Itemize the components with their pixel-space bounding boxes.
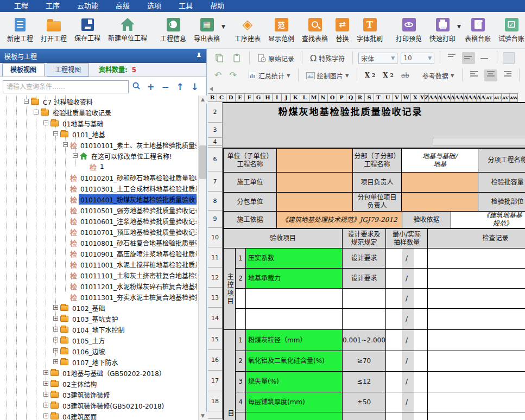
column-header[interactable]: AH bbox=[459, 93, 464, 102]
column-header[interactable]: AB bbox=[433, 93, 438, 102]
column-header[interactable]: U bbox=[383, 93, 393, 102]
column-header[interactable]: Z bbox=[425, 93, 429, 102]
column-header[interactable]: P bbox=[337, 93, 346, 102]
column-header[interactable]: I bbox=[273, 93, 282, 102]
sampling-cell[interactable]: / bbox=[386, 289, 428, 309]
column-header[interactable]: AD bbox=[442, 93, 446, 102]
tree-item[interactable]: 检01011201_水泥粉煤灰碎石桩复合地基检 bbox=[0, 281, 197, 291]
project-info-button[interactable]: i工程信息 bbox=[156, 17, 190, 44]
clipped-button[interactable] bbox=[503, 52, 515, 64]
collapse-all-icon[interactable]: − bbox=[158, 80, 173, 93]
expand-box-icon[interactable]: + bbox=[53, 305, 58, 310]
requirement-cell[interactable]: ±50 bbox=[343, 392, 386, 412]
check-record-cell[interactable] bbox=[428, 330, 525, 351]
column-header[interactable]: AE bbox=[446, 93, 451, 102]
tree-item[interactable]: 检01010701_预压地基检验批质量验收记录 bbox=[0, 226, 197, 237]
column-header[interactable]: Q bbox=[346, 93, 356, 102]
column-header[interactable]: AW bbox=[510, 93, 518, 102]
halign-right-button[interactable] bbox=[501, 69, 514, 81]
item-number-cell[interactable]: 1 bbox=[236, 249, 246, 269]
tree-item[interactable]: +0105_土方 bbox=[0, 335, 107, 346]
tree-item[interactable]: +02主体结构 bbox=[0, 378, 98, 389]
header-cell[interactable] bbox=[277, 193, 353, 212]
menu-item[interactable]: 帮助 bbox=[201, 0, 233, 12]
check-record-cell[interactable] bbox=[428, 372, 525, 392]
collapse-box-icon[interactable]: − bbox=[63, 142, 68, 147]
show-sample-button[interactable]: 范显示范例 bbox=[264, 17, 298, 44]
header-cell[interactable] bbox=[402, 173, 478, 193]
tree-item[interactable]: +0103_基坑支护 bbox=[0, 313, 120, 324]
special-char-button[interactable]: Ω 特殊字符 bbox=[308, 52, 347, 65]
item-number-cell[interactable]: 2 bbox=[236, 269, 246, 289]
collapse-box-icon[interactable]: − bbox=[43, 120, 48, 125]
requirement-cell[interactable] bbox=[343, 412, 386, 420]
header-cell[interactable]: 分部（子分部） 工程名称 bbox=[353, 149, 402, 173]
row-header[interactable]: 7 bbox=[208, 171, 223, 192]
tree-item[interactable]: 检1 bbox=[0, 161, 106, 172]
empty-cell[interactable] bbox=[433, 138, 525, 146]
sampling-cell[interactable]: / bbox=[386, 330, 428, 351]
tab-template-view[interactable]: 模板视图 bbox=[2, 63, 45, 77]
column-header[interactable]: C bbox=[217, 93, 226, 102]
item-number-cell[interactable] bbox=[236, 309, 246, 330]
scroll-up-arrow[interactable]: ▲ bbox=[199, 96, 207, 104]
tree-item[interactable]: +04建筑屋面 bbox=[0, 411, 98, 420]
valign-bottom-button[interactable] bbox=[478, 52, 491, 64]
find-table-button[interactable]: 查找表格 bbox=[298, 17, 332, 44]
tree-item[interactable]: −0101_地基 bbox=[0, 129, 107, 139]
column-header[interactable]: T bbox=[374, 93, 383, 102]
expand-box-icon[interactable]: + bbox=[53, 359, 58, 364]
row-header[interactable]: 13 bbox=[208, 288, 223, 308]
columns-header-cell[interactable]: 检查记录 bbox=[428, 229, 525, 249]
tree-item[interactable]: 检01010301_土工合成材料地基检验批质量 bbox=[0, 183, 197, 194]
expand-box-icon[interactable]: + bbox=[53, 338, 58, 342]
tree-item[interactable]: +0107_地下防水 bbox=[0, 357, 120, 367]
column-header[interactable]: Y bbox=[420, 93, 425, 102]
tree-item[interactable]: 检01010801_砂石桩复合地基检验批质量验 bbox=[0, 237, 197, 248]
row-header[interactable]: 2 bbox=[208, 102, 223, 123]
column-header[interactable]: AK bbox=[472, 93, 477, 102]
row-header[interactable]: 9 bbox=[208, 211, 223, 228]
process-table-button[interactable]: ◈工序建表 bbox=[231, 17, 264, 44]
menu-item[interactable]: 高级 bbox=[107, 0, 138, 12]
columns-header-cell[interactable]: 最小/实际 抽样数量 bbox=[386, 229, 428, 249]
draw-picture-button[interactable]: 绘制图片▼ bbox=[304, 70, 351, 81]
row-header[interactable]: 15 bbox=[208, 329, 223, 350]
new-project-button[interactable]: 新建工程 bbox=[3, 17, 37, 44]
redo-button[interactable]: ↷ bbox=[227, 70, 238, 81]
check-record-cell[interactable] bbox=[428, 392, 525, 412]
undo-button[interactable]: ↶ bbox=[212, 70, 224, 81]
header-cell[interactable]: 检验批容量 bbox=[478, 173, 525, 193]
column-header[interactable]: AA bbox=[429, 93, 433, 102]
reference-data-button[interactable]: 参考数据▼ bbox=[420, 70, 457, 81]
column-header[interactable]: M bbox=[309, 93, 319, 102]
column-header[interactable]: AT bbox=[485, 93, 494, 102]
tree-item[interactable]: −检01010101_素土、灰土地基检验批质量验 bbox=[0, 139, 197, 150]
check-record-cell[interactable] bbox=[428, 289, 525, 309]
tree-item[interactable]: 检01010901_高压旋喷注浆地基检验批质量 bbox=[0, 248, 197, 259]
table-ledger-button[interactable]: 表格台账 bbox=[461, 17, 495, 44]
header-cell[interactable]: 《建筑地基基 规范》 bbox=[451, 212, 525, 229]
tree-item[interactable]: 检01011301_夯实水泥土桩复合地基检验批 bbox=[0, 291, 197, 302]
expand-all-icon[interactable]: + bbox=[143, 80, 158, 93]
header-cell[interactable] bbox=[277, 173, 353, 193]
requirement-cell[interactable] bbox=[343, 289, 386, 309]
row-header[interactable]: 3 bbox=[208, 123, 223, 138]
header-cell[interactable]: 单位（子单位） 工程名称 bbox=[224, 149, 277, 173]
header-cell[interactable]: 验收依据 bbox=[402, 212, 451, 229]
column-header[interactable]: G bbox=[254, 93, 263, 102]
sampling-cell[interactable]: / bbox=[386, 249, 428, 269]
copy-button[interactable] bbox=[212, 52, 226, 64]
column-header[interactable]: AV bbox=[502, 93, 510, 102]
pin-icon[interactable] bbox=[196, 52, 202, 60]
expand-box-icon[interactable]: + bbox=[43, 370, 48, 375]
column-header[interactable]: AC bbox=[438, 93, 442, 102]
expand-box-icon[interactable]: + bbox=[43, 392, 48, 397]
scrollbar-thumb[interactable] bbox=[199, 145, 206, 179]
column-header[interactable]: X bbox=[411, 93, 420, 102]
column-header[interactable]: S bbox=[365, 93, 374, 102]
tree-item[interactable]: +03建筑装饰装修(GB50210-2018) bbox=[0, 400, 166, 411]
item-number-cell[interactable] bbox=[236, 412, 246, 420]
inspection-item-cell[interactable] bbox=[246, 289, 343, 309]
header-cell[interactable]: 检验批部位 bbox=[478, 193, 525, 212]
